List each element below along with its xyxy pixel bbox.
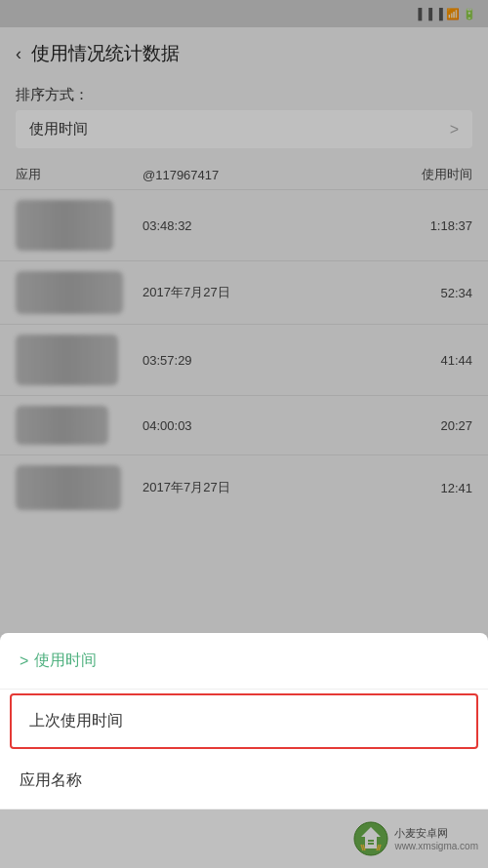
dropdown-item-last-used[interactable]: 上次使用时间 <box>10 693 478 749</box>
dropdown-item-label-3: 应用名称 <box>20 770 82 791</box>
dropdown-item-usage-time[interactable]: > 使用时间 <box>0 633 488 690</box>
dropdown-item-app-name[interactable]: 应用名称 <box>0 753 488 809</box>
dropdown-item-label-2: 上次使用时间 <box>29 711 123 731</box>
dropdown-panel: > 使用时间 上次使用时间 应用名称 <box>0 633 488 809</box>
screen: ▐ ▐ ▐ 📶 🔋 ‹ 使用情况统计数据 排序方式： 使用时间 > 应用 @11… <box>0 0 488 868</box>
dropdown-item-label-1: 使用时间 <box>34 651 97 671</box>
chevron-prefix-icon: > <box>20 652 28 670</box>
